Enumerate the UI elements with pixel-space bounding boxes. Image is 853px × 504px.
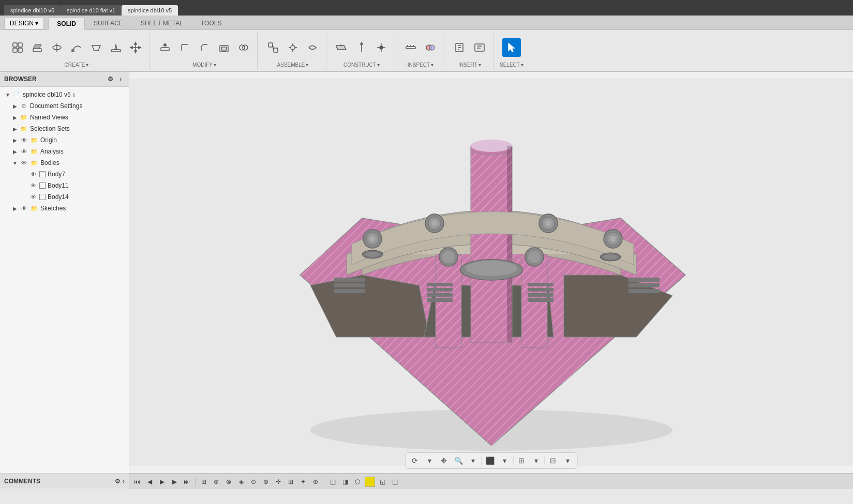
tree-arrow-bodies[interactable]: ▼ (11, 159, 19, 166)
tree-arrow-analysis[interactable]: ▶ (11, 148, 19, 155)
timeline-icon-2[interactable]: ⊕ (211, 476, 222, 487)
shell-icon[interactable] (215, 38, 233, 57)
body-icon-1[interactable]: ◫ (327, 476, 338, 487)
tab-spindice-dbl10-v5-first[interactable]: spindice dbl10 v5 (4, 5, 61, 16)
play-icon[interactable]: ▶ (156, 476, 168, 487)
tab-solid[interactable]: SOLID (48, 18, 85, 30)
interference-icon[interactable] (421, 38, 440, 57)
tree-item-bodies[interactable]: ▼ 👁 📁 Bodies (0, 157, 129, 169)
joint-icon[interactable] (283, 38, 302, 57)
zoom-fit-icon[interactable]: ▾ (467, 454, 479, 467)
loft-icon[interactable] (87, 38, 106, 57)
select-label[interactable]: SELECT ▾ (500, 62, 523, 69)
eye-icon-origin[interactable]: 👁 (20, 136, 28, 144)
tree-item-body7[interactable]: 👁 Body7 (0, 169, 129, 180)
timeline-icon-10[interactable]: ⊕ (310, 476, 321, 487)
inspect-label[interactable]: INSPECT ▾ (408, 62, 433, 69)
tree-arrow-body11[interactable] (21, 182, 28, 189)
next-frame-icon[interactable]: ▶ (169, 476, 180, 487)
timeline-icon-5[interactable]: ⊙ (248, 476, 259, 487)
highlight-yellow[interactable] (365, 477, 375, 487)
prev-frame-icon[interactable]: ◀ (144, 476, 155, 487)
tree-arrow-doc-settings[interactable]: ▶ (11, 102, 19, 110)
skip-end-icon[interactable]: ⏭ (181, 476, 192, 487)
chamfer-icon[interactable] (195, 38, 214, 57)
design-dropdown[interactable]: DESIGN ▾ (4, 17, 44, 29)
sweep-icon[interactable] (67, 38, 86, 57)
timeline-icon-3[interactable]: ⊗ (223, 476, 234, 487)
new-component-icon[interactable] (8, 38, 27, 57)
move-copy-icon[interactable] (126, 38, 145, 57)
look-at-icon[interactable]: ▾ (423, 454, 436, 467)
body-icon-2[interactable]: ◨ (339, 476, 351, 487)
rib-icon[interactable] (107, 38, 125, 57)
body-icon-5[interactable]: ◱ (377, 476, 388, 487)
tree-item-doc-settings[interactable]: ▶ ⚙ Document Settings (0, 100, 129, 112)
select-icon[interactable] (502, 38, 521, 57)
comments-collapse-icon[interactable]: › (123, 478, 125, 485)
check-icon-body11[interactable] (39, 182, 46, 189)
zoom-icon[interactable]: 🔍 (452, 454, 465, 467)
tab-sheet-metal[interactable]: SHEET METAL (132, 17, 192, 29)
assemble-icon[interactable] (264, 38, 282, 57)
create-label[interactable]: CREATE ▾ (65, 62, 89, 69)
eye-icon-body7[interactable]: 👁 (29, 170, 37, 178)
point-icon[interactable] (372, 38, 391, 57)
view-cube-icon[interactable]: ⬛ (484, 454, 496, 467)
comments-settings-icon[interactable]: ⚙ (115, 478, 121, 485)
view-dropdown[interactable]: ▾ (498, 454, 511, 467)
tab-spindice-d10-flat[interactable]: spindice d10 flat v1 (61, 5, 122, 16)
fillet-icon[interactable] (175, 38, 194, 57)
tree-item-origin[interactable]: ▶ 👁 📁 Origin (0, 134, 129, 146)
tree-arrow-sketches[interactable]: ▶ (11, 205, 19, 212)
timeline-icon-6[interactable]: ⊕ (260, 476, 272, 487)
tree-arrow-body7[interactable] (21, 171, 28, 178)
tree-item-selection-sets[interactable]: ▶ 📁 Selection Sets (0, 123, 129, 134)
orbit-icon[interactable]: ⟳ (409, 454, 421, 467)
display-dropdown[interactable]: ▾ (530, 454, 542, 467)
tab-surface[interactable]: SURFACE (85, 17, 132, 29)
tab-spindice-dbl10-v5-active[interactable]: spindice dbl10 v5 (122, 5, 178, 16)
pan-icon[interactable]: ✥ (438, 454, 450, 467)
combine-icon[interactable] (234, 38, 253, 57)
display-icon[interactable]: ⊞ (515, 454, 528, 467)
measure-icon[interactable] (401, 38, 420, 57)
viewport[interactable]: ⟳ ▾ ✥ 🔍 ▾ ⬛ ▾ ⊞ ▾ ⊟ ▾ (129, 72, 853, 473)
eye-icon-sketches[interactable]: 👁 (20, 204, 28, 212)
canvas-icon[interactable] (470, 38, 489, 57)
timeline-icon-1[interactable]: ⊞ (198, 476, 209, 487)
tree-item-sketches[interactable]: ▶ 👁 📁 Sketches (0, 203, 129, 214)
insert-label[interactable]: INSERT ▾ (458, 62, 481, 69)
tree-item-root[interactable]: ▼ 📄 spindice dbl10 v5 ℹ (0, 89, 129, 100)
eye-icon-bodies[interactable]: 👁 (20, 159, 28, 167)
timeline-icon-7[interactable]: ✛ (273, 476, 284, 487)
eye-icon-analysis[interactable]: 👁 (20, 147, 28, 156)
tree-item-body14[interactable]: 👁 Body14 (0, 191, 129, 203)
tree-arrow-body14[interactable] (21, 193, 28, 201)
motion-icon[interactable] (303, 38, 322, 57)
press-pull-icon[interactable] (156, 38, 174, 57)
grid-dropdown[interactable]: ▾ (561, 454, 574, 467)
tree-arrow-selection-sets[interactable]: ▶ (11, 125, 19, 132)
tree-arrow-root[interactable]: ▼ (4, 91, 11, 98)
timeline-icon-8[interactable]: ⊞ (285, 476, 296, 487)
skip-start-icon[interactable]: ⏮ (131, 476, 143, 487)
browser-settings-icon[interactable]: ⚙ (106, 75, 114, 83)
tab-tools[interactable]: TOOLS (192, 17, 230, 29)
timeline-icon-9[interactable]: ✦ (297, 476, 309, 487)
body-icon-6[interactable]: ◫ (389, 476, 400, 487)
axis-icon[interactable] (352, 38, 371, 57)
check-icon-body7[interactable] (39, 171, 46, 177)
modify-label[interactable]: MODIFY ▾ (192, 62, 216, 69)
construct-label[interactable]: CONSTRUCT ▾ (343, 62, 380, 69)
body-icon-3[interactable]: ⬡ (352, 476, 363, 487)
tree-item-named-views[interactable]: ▶ 📁 Named Views (0, 112, 129, 123)
tree-arrow-named-views[interactable]: ▶ (11, 114, 19, 121)
tree-arrow-origin[interactable]: ▶ (11, 136, 19, 144)
browser-collapse-icon[interactable]: › (116, 75, 125, 83)
assemble-label[interactable]: ASSEMBLE ▾ (277, 62, 309, 69)
tree-item-analysis[interactable]: ▶ 👁 📁 Analysis (0, 146, 129, 157)
tree-item-body11[interactable]: 👁 Body11 (0, 180, 129, 191)
offset-plane-icon[interactable] (333, 38, 351, 57)
check-icon-body14[interactable] (39, 194, 46, 200)
